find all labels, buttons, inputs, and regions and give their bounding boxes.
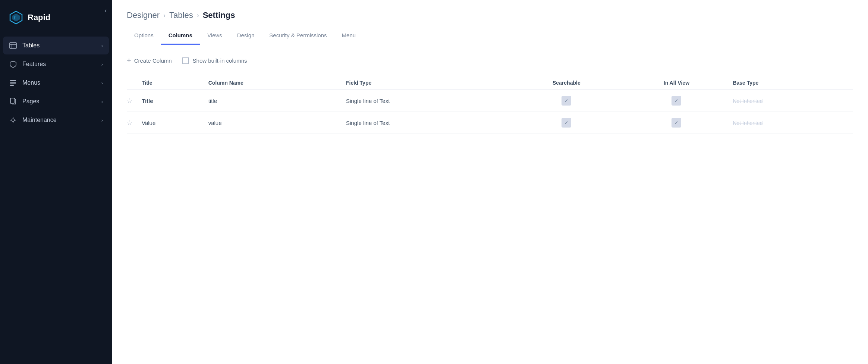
star-icon-2[interactable]: ☆ — [127, 119, 132, 126]
row2-in-all-view: ✓ — [626, 112, 733, 134]
th-in-all-view: In All View — [626, 76, 733, 90]
tab-columns[interactable]: Columns — [161, 28, 200, 45]
svg-rect-9 — [10, 98, 14, 103]
sidebar-item-menus[interactable]: Menus › — [3, 74, 109, 92]
show-builtin-toggle[interactable]: Show built-in columns — [182, 57, 247, 64]
header: Designer › Tables › Settings Options Col… — [112, 0, 868, 45]
sidebar-nav: Tables › Features › Menus › — [0, 37, 112, 129]
features-chevron-icon: › — [101, 62, 103, 67]
svg-rect-8 — [10, 85, 14, 86]
row1-base-type: Not Inherited — [733, 90, 853, 112]
row1-searchable: ✓ — [513, 90, 626, 112]
searchable-checkbox-2[interactable]: ✓ — [562, 118, 571, 128]
tables-chevron-icon: › — [101, 43, 103, 48]
table-icon — [9, 41, 17, 50]
th-title: Title — [142, 76, 208, 90]
check-icon-3: ✓ — [564, 120, 569, 126]
breadcrumb-sep-2: › — [197, 12, 199, 19]
sidebar-item-tables[interactable]: Tables › — [3, 37, 109, 54]
logo-icon: r — [9, 10, 23, 25]
sidebar-item-pages[interactable]: Pages › — [3, 92, 109, 110]
star-icon-1[interactable]: ☆ — [127, 97, 132, 104]
breadcrumb-sep-1: › — [163, 12, 166, 19]
sidebar-item-label-menus: Menus — [22, 79, 40, 86]
sidebar-item-label-maintenance: Maintenance — [22, 117, 57, 123]
show-builtin-label: Show built-in columns — [193, 57, 247, 64]
main-content: Designer › Tables › Settings Options Col… — [112, 0, 868, 364]
features-icon — [9, 60, 17, 68]
columns-table: Title Column Name Field Type Searchable … — [127, 76, 853, 134]
menus-icon — [9, 79, 17, 87]
row2-base-type: Not Inherited — [733, 112, 853, 134]
row2-title: Value — [142, 112, 208, 134]
inallview-checkbox-1[interactable]: ✓ — [672, 96, 681, 106]
star-cell-1[interactable]: ☆ — [127, 90, 142, 112]
star-cell-2[interactable]: ☆ — [127, 112, 142, 134]
sidebar-item-label-tables: Tables — [22, 42, 40, 49]
row2-column-name: value — [208, 112, 346, 134]
plus-icon: + — [127, 56, 131, 65]
table-header-row: Title Column Name Field Type Searchable … — [127, 76, 853, 90]
sidebar-collapse-button[interactable]: ‹ — [104, 7, 107, 15]
row2-searchable: ✓ — [513, 112, 626, 134]
table-row: ☆ Title title Single line of Text ✓ ✓ — [127, 90, 853, 112]
th-field-type: Field Type — [346, 76, 513, 90]
th-column-name: Column Name — [208, 76, 346, 90]
breadcrumb-settings: Settings — [203, 10, 235, 20]
pages-chevron-icon: › — [101, 99, 103, 104]
menus-chevron-icon: › — [101, 80, 103, 86]
maintenance-icon — [9, 116, 17, 124]
tab-security[interactable]: Security & Permissions — [262, 28, 334, 45]
tab-menu[interactable]: Menu — [334, 28, 364, 45]
row1-title: Title — [142, 90, 208, 112]
table-row: ☆ Value value Single line of Text ✓ ✓ — [127, 112, 853, 134]
create-column-label: Create Column — [134, 57, 172, 64]
svg-rect-3 — [10, 43, 16, 48]
columns-toolbar: + Create Column Show built-in columns — [127, 56, 853, 65]
th-searchable: Searchable — [513, 76, 626, 90]
row1-column-name: title — [208, 90, 346, 112]
logo-area: r Rapid — [0, 0, 112, 37]
tab-design[interactable]: Design — [230, 28, 262, 45]
svg-rect-6 — [10, 80, 16, 81]
sidebar: r Rapid ‹ Tables › Features › — [0, 0, 112, 364]
inallview-checkbox-2[interactable]: ✓ — [672, 118, 681, 128]
show-builtin-checkbox[interactable] — [182, 57, 189, 64]
row1-field-type: Single line of Text — [346, 90, 513, 112]
check-icon-4: ✓ — [674, 120, 679, 126]
svg-point-14 — [12, 119, 15, 122]
sidebar-item-maintenance[interactable]: Maintenance › — [3, 111, 109, 129]
svg-text:r: r — [13, 15, 16, 21]
svg-rect-7 — [10, 82, 16, 84]
pages-icon — [9, 97, 17, 106]
row1-in-all-view: ✓ — [626, 90, 733, 112]
breadcrumb-tables[interactable]: Tables — [169, 10, 193, 20]
tab-options[interactable]: Options — [127, 28, 161, 45]
tabs-bar: Options Columns Views Design Security & … — [127, 28, 853, 45]
row2-field-type: Single line of Text — [346, 112, 513, 134]
create-column-button[interactable]: + Create Column — [127, 56, 172, 65]
columns-content: + Create Column Show built-in columns Ti… — [112, 45, 868, 364]
sidebar-item-label-pages: Pages — [22, 98, 39, 105]
sidebar-item-label-features: Features — [22, 61, 46, 68]
maintenance-chevron-icon: › — [101, 117, 103, 123]
breadcrumb: Designer › Tables › Settings — [127, 10, 853, 20]
searchable-checkbox-1[interactable]: ✓ — [562, 96, 571, 106]
th-star — [127, 76, 142, 90]
breadcrumb-designer[interactable]: Designer — [127, 10, 160, 20]
logo-text: Rapid — [28, 13, 50, 22]
sidebar-item-features[interactable]: Features › — [3, 55, 109, 73]
check-icon-1: ✓ — [564, 98, 569, 104]
tab-views[interactable]: Views — [200, 28, 230, 45]
th-base-type: Base Type — [733, 76, 853, 90]
check-icon-2: ✓ — [674, 98, 679, 104]
